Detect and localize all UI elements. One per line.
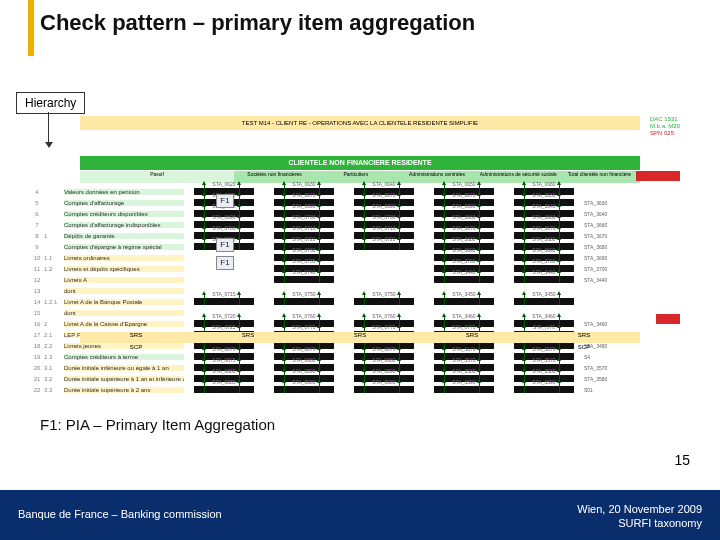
table-row: 4Valeurs données en pensionSTA_0620STA_0… [30, 186, 690, 197]
table-row: 101.1Livrets ordinairesSTA_0730STA_3690S… [30, 252, 690, 263]
hierarchy-label: Hierarchy [25, 96, 76, 110]
f1-badge: F1 [216, 256, 234, 270]
table-row: 7Comptes d'affacturage indisponiblesSTA_… [30, 219, 690, 230]
red-highlight-bottom [656, 314, 680, 324]
table-row: 9Comptes d'épargne à régime spécialSTA_0… [30, 241, 690, 252]
table-row: 213.2Durée initiale supérieure à 1 an et… [30, 373, 690, 384]
table-row: 81Dépôts de garantieSTA_0700STA_0710STA_… [30, 230, 690, 241]
right-tags: DAC 1531M.b.a. M20SPN 025 [650, 116, 690, 137]
table-row: 6Comptes créditeurs disponiblesSTA_0680S… [30, 208, 690, 219]
table-row: 162Livret A de la Caisse d'EpargneSTA_07… [30, 318, 690, 329]
table-row: 223.3Durée initiale supérieure à 2 ansST… [30, 384, 690, 395]
f1-badge: F1 [216, 194, 234, 208]
sheet-title-row: TEST M14 - CLIENT RE - OPERATIONS AVEC L… [80, 116, 640, 130]
table-row: 12Livrets ASTA_0740STA_3440STA_3440STA_3… [30, 274, 690, 285]
column-heads: PassifSociétés non financièresParticulie… [80, 171, 640, 183]
table-row: 13dont [30, 285, 690, 296]
table-row: 141.2.1Livret A de la Banque PostaleSTA_… [30, 296, 690, 307]
slide-title: Check pattern – primary item aggregation [40, 10, 475, 36]
table-row: 111.2Livrets et dépôts spécifiquesSTA_07… [30, 263, 690, 274]
footer-row-scp: SCPSCPSCPSCPSCP [80, 344, 640, 355]
col-head: Passif [80, 171, 234, 183]
right-tag: DAC 1531 [650, 116, 690, 123]
hierarchy-arrow [48, 112, 49, 142]
green-header: CLIENTELE NON FINANCIERE RESIDENTE [80, 156, 640, 170]
hierarchy-callout: Hierarchy [16, 92, 85, 114]
right-tag: M.b.a. M20 [650, 123, 690, 130]
right-tag: SPN 025 [650, 130, 690, 137]
table-row: 203.1Durée initiale inférieure ou égale … [30, 362, 690, 373]
f1-badge: F1 [216, 238, 234, 252]
footer-bar: Banque de France – Banking commission Wi… [0, 490, 720, 540]
spreadsheet-screenshot: TEST M14 - CLIENT RE - OPERATIONS AVEC L… [30, 116, 690, 356]
data-rows: 4Valeurs données en pensionSTA_0620STA_0… [30, 186, 690, 395]
accent-bar [28, 0, 34, 56]
col-head: Total clientèle non financière [559, 171, 640, 183]
footer-row-srs: SRSSRSSRSSRSSRS [80, 332, 640, 343]
page-number: 15 [674, 452, 690, 468]
table-row: 5Comptes d'affacturageSTA_0670STA_0670ST… [30, 197, 690, 208]
table-row: 15dont [30, 307, 690, 318]
red-highlight-top [636, 171, 680, 181]
caption: F1: PIA – Primary Item Aggregation [40, 416, 275, 433]
footer-right: Wien, 20 November 2009 SURFI taxonomy [577, 502, 702, 530]
footer-left: Banque de France – Banking commission [18, 508, 222, 520]
